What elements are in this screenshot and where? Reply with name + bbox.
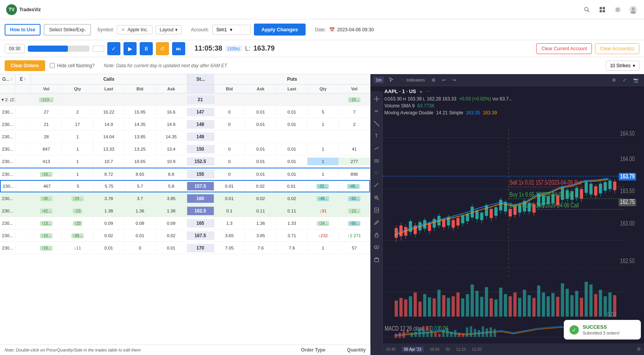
- chart-pencil-tool[interactable]: ✏: [372, 107, 381, 116]
- svg-rect-81: [580, 298, 583, 317]
- td-expiry-4: 230...: [0, 145, 15, 153]
- apply-changes-button[interactable]: Apply Changes: [254, 24, 306, 36]
- td-group-put-vol: ↑15...: [339, 96, 370, 104]
- chart-line-tool[interactable]: [372, 119, 381, 128]
- table-row: 230... 28 1 14.04 13.85 14.35 149: [0, 131, 370, 143]
- td-group-expand[interactable]: ▾ 2. (21): [0, 95, 15, 104]
- td-group-strike: 21: [187, 95, 214, 104]
- clear-orders-button[interactable]: Clear Orders: [5, 60, 45, 71]
- td-call-last-4: 13.33: [93, 145, 125, 153]
- svg-rect-54: [451, 296, 455, 317]
- check-button[interactable]: ✓: [107, 42, 120, 55]
- svg-rect-222: [486, 328, 488, 337]
- g-sort-icon[interactable]: ↑: [10, 76, 13, 82]
- chart-layout-button[interactable]: ⊞: [429, 76, 438, 84]
- skip-button[interactable]: ⏭: [172, 42, 185, 55]
- update-note: Note: Data for current day is updated ne…: [104, 63, 228, 68]
- chart-bottom-gear-icon[interactable]: ⚙: [637, 347, 641, 352]
- grid-icon[interactable]: [598, 5, 607, 14]
- clear-current-account-button[interactable]: Clear Current Account: [536, 43, 592, 54]
- chart-heart-tool[interactable]: ♡: [372, 168, 381, 178]
- svg-rect-59: [475, 291, 478, 317]
- layout-button[interactable]: Layout ▾: [156, 25, 182, 34]
- td-expiry-11: 230...: [0, 232, 15, 239]
- success-text-content: SUCCESS Submitted 3 orders!: [583, 324, 620, 335]
- table-row: 230... ↑19... ↓11 0.01 0 0.01 170 7.05 7…: [0, 242, 370, 254]
- play-button[interactable]: ▶: [123, 42, 137, 55]
- svg-text:164.50: 164.50: [620, 130, 635, 137]
- chart-more-icon[interactable]: ⋯: [426, 89, 430, 94]
- symbol-x-icon[interactable]: ✕: [121, 27, 125, 32]
- svg-rect-66: [509, 296, 512, 317]
- chart-timeframe-1m[interactable]: 1m: [374, 76, 384, 83]
- svg-rect-76: [556, 297, 559, 316]
- td-group-call-last: [93, 98, 125, 101]
- svg-rect-24: [374, 161, 379, 161]
- td-e-1: [15, 110, 31, 114]
- chart-eye-tool[interactable]: [372, 243, 381, 252]
- strikes-select[interactable]: 10 Strikes ▾: [606, 61, 639, 71]
- hide-flashing-checkbox[interactable]: [50, 63, 55, 68]
- svg-rect-55: [456, 292, 460, 316]
- chart-pen-tool[interactable]: [372, 218, 381, 227]
- select-strike-button[interactable]: Select Strike/Exp.: [44, 24, 91, 36]
- svg-rect-175: [594, 186, 597, 195]
- chart-settings-icon[interactable]: ⚙: [610, 76, 618, 84]
- user-avatar[interactable]: [629, 5, 638, 14]
- chart-ruler-tool[interactable]: [372, 181, 381, 190]
- svg-rect-200: [399, 333, 401, 338]
- search-icon[interactable]: [582, 5, 592, 14]
- chart-ticker-line: AAPL · 1 · US ● ⋯: [384, 88, 512, 95]
- svg-text:Sell 1x 0.01 157.5/2023-04-06 : Sell 1x 0.01 157.5/2023-04-06 Put: [509, 179, 581, 186]
- td-put-ask-2: 0.01: [245, 121, 276, 128]
- sub-toolbar: 09:30 ✓ ▶ ⏸ ↺ ⏭ 11:05:38 (100x) L: 163.7…: [0, 40, 644, 57]
- header-icons: [582, 5, 638, 14]
- td-call-bid-3: 13.85: [125, 133, 156, 141]
- td-e-9: [15, 209, 31, 212]
- pause-button[interactable]: ⏸: [140, 42, 153, 55]
- chart-measure-tool[interactable]: [372, 144, 381, 153]
- ch-vol: [0, 85, 15, 93]
- svg-rect-211: [442, 330, 445, 337]
- svg-rect-72: [537, 285, 540, 316]
- chart-zoom-tool[interactable]: [372, 193, 381, 202]
- svg-rect-49: [428, 297, 431, 317]
- chart-crosshair-tool[interactable]: [372, 94, 381, 104]
- td-strike-2: 148: [187, 120, 214, 129]
- clear-accounts-button[interactable]: Clear Account(s): [595, 43, 639, 54]
- call-qty-badge-8: ↑29...: [71, 196, 84, 201]
- symbol-tag[interactable]: ✕ Apple Inc.: [117, 25, 152, 34]
- order-type-label: Order Type: [301, 347, 325, 353]
- strikes-chevron-icon: ▾: [633, 63, 635, 68]
- td-call-bid-9: 1.36: [125, 207, 156, 215]
- chart-lock-tool[interactable]: [372, 230, 381, 239]
- refresh-button[interactable]: ↺: [156, 42, 169, 55]
- chart-redo-button[interactable]: ↪: [450, 76, 458, 84]
- account-select[interactable]: Sim1 ▾: [212, 25, 251, 35]
- logo-icon: TV: [6, 4, 17, 15]
- chart-text-tool[interactable]: T: [372, 131, 381, 141]
- sun-icon[interactable]: [613, 5, 622, 14]
- chart-fullscreen-icon[interactable]: ⤢: [620, 76, 629, 84]
- chart-cursor-icon[interactable]: [386, 76, 396, 84]
- chart-indicators-button[interactable]: ⋱ Indicators: [399, 76, 427, 84]
- app-logo: TV TradesViz: [6, 4, 41, 15]
- chart-delete-tool[interactable]: [372, 255, 381, 264]
- chart-bookmark-tool[interactable]: [372, 206, 381, 215]
- e-sort-icon[interactable]: ↑: [24, 76, 26, 82]
- svg-rect-61: [485, 287, 488, 316]
- app-name: TradesViz: [19, 7, 41, 12]
- svg-rect-83: [589, 284, 592, 316]
- svg-rect-130: [490, 209, 493, 218]
- how-to-use-button[interactable]: How to Use: [5, 24, 41, 36]
- td-call-last-7: 5.75: [94, 182, 125, 190]
- svg-rect-75: [551, 293, 554, 317]
- chart-low: 162.28: [427, 96, 441, 102]
- td-put-ask-12: 7.6: [245, 244, 276, 252]
- chart-screenshot-icon[interactable]: 📷: [631, 76, 641, 84]
- td-call-vol-11: ↑10...: [31, 232, 62, 239]
- svg-rect-74: [547, 296, 550, 317]
- chart-undo-button[interactable]: ↩: [440, 76, 448, 84]
- chart-fib-tool[interactable]: [372, 156, 381, 165]
- svg-rect-208: [430, 331, 433, 337]
